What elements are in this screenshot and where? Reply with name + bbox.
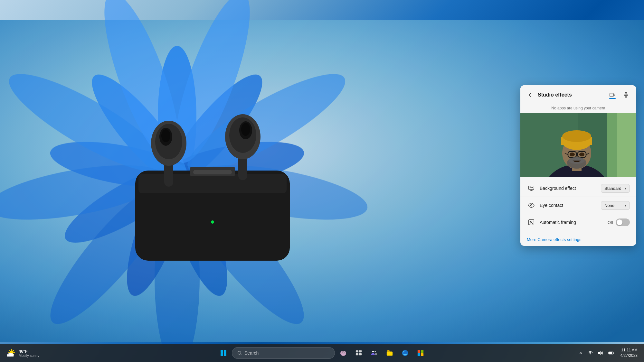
background-effect-dropdown[interactable]: Standard ▾ [601,184,630,193]
svg-point-27 [161,129,170,142]
airpods-image [97,64,338,274]
svg-rect-20 [138,174,287,193]
automatic-framing-toggle[interactable] [616,218,630,226]
eye-contact-control: None ▾ [601,201,630,210]
svg-point-94 [372,351,374,353]
automatic-framing-icon [527,218,536,227]
background-effect-control: Standard ▾ [601,184,630,193]
svg-rect-33 [193,170,232,174]
edge-button[interactable] [398,346,412,360]
svg-rect-92 [356,353,358,355]
file-explorer-button[interactable] [383,346,397,360]
svg-point-22 [211,220,214,224]
panel-settings: Background effect Standard ▾ [520,177,636,233]
task-view-button[interactable] [352,346,366,360]
svg-line-79 [241,354,242,355]
svg-point-52 [570,153,575,156]
weather-condition: Mostly sunny [19,354,39,357]
automatic-framing-row: Automatic framing Off [520,214,636,231]
dropdown-arrow-icon: ▾ [625,187,626,190]
back-button[interactable] [526,90,535,99]
desktop: Studio effects No apps are using your ca… [0,0,644,362]
svg-rect-99 [421,350,423,353]
svg-point-32 [241,123,250,136]
svg-rect-105 [613,352,614,354]
camera-preview [520,113,636,177]
automatic-framing-control: Off [608,218,630,226]
toggle-off-label: Off [608,220,613,225]
search-bar[interactable]: Search [232,347,335,359]
store-icon [417,349,424,357]
svg-rect-100 [418,353,420,356]
more-camera-settings-link[interactable]: More Camera effects settings [520,233,636,246]
widgets-icon [339,349,347,357]
taskbar-center: Search [216,346,428,360]
svg-rect-106 [609,352,612,354]
svg-rect-98 [418,350,420,353]
svg-point-46 [562,130,591,142]
svg-point-82 [344,354,345,355]
teams-button[interactable] [367,346,381,360]
svg-point-60 [531,205,532,206]
chevron-up-icon [579,351,582,355]
panel-header: Studio effects [520,85,636,105]
start-button[interactable] [216,346,231,360]
battery-icon [608,350,614,356]
svg-point-87 [342,351,345,353]
eye-contact-dropdown[interactable]: None ▾ [601,201,630,210]
file-explorer-icon [386,349,393,357]
wifi-icon [588,350,593,356]
background-effect-icon [527,184,536,193]
svg-point-88 [343,351,343,352]
taskbar: 46°F Mostly sunny Search [0,344,644,362]
svg-rect-61 [529,220,534,225]
edge-icon [402,349,409,357]
svg-rect-93 [359,353,362,355]
microphone-icon-button[interactable] [621,90,631,100]
weather-sun-icon [6,348,16,358]
widgets-button[interactable] [336,346,350,360]
svg-rect-90 [356,350,358,352]
automatic-framing-label: Automatic framing [540,220,608,225]
date-display: 4/27/2023 [620,353,638,358]
eye-contact-icon [527,201,536,210]
store-button[interactable] [413,346,428,360]
task-view-icon [355,349,362,357]
svg-rect-40 [617,113,636,177]
camera-status-text: No apps are using your camera [520,105,636,113]
volume-button[interactable] [597,349,604,357]
camera-icon-button[interactable] [607,90,618,100]
search-bar-icon [237,351,242,355]
svg-point-53 [579,153,584,156]
eye-contact-row: Eye contact None ▾ [520,197,636,214]
svg-rect-34 [610,93,613,97]
dropdown-arrow-icon: ▾ [625,204,626,207]
svg-line-72 [13,350,14,351]
battery-button[interactable] [607,349,615,357]
svg-point-57 [530,187,531,188]
temperature-display: 46°F [19,349,39,354]
svg-rect-101 [421,353,423,356]
svg-rect-77 [7,355,14,357]
svg-point-81 [342,354,343,355]
wifi-button[interactable] [586,349,594,357]
background-effect-label: Background effect [540,186,601,191]
background-effect-row: Background effect Standard ▾ [520,180,636,197]
svg-rect-91 [359,350,362,352]
svg-line-70 [10,350,10,351]
svg-point-102 [590,355,590,355]
svg-point-62 [531,221,532,223]
taskbar-right: 11:11 AM 4/27/2023 [578,346,640,360]
time-display: 11:11 AM [621,348,638,353]
clock-display[interactable]: 11:11 AM 4/27/2023 [618,346,640,360]
svg-point-95 [374,351,376,352]
eye-contact-label: Eye contact [540,203,601,208]
teams-icon [371,349,378,357]
studio-panel: Studio effects No apps are using your ca… [520,85,636,246]
notification-chevron[interactable] [578,350,584,356]
weather-text: 46°F Mostly sunny [19,349,39,357]
volume-icon [598,350,603,356]
svg-point-89 [344,351,344,352]
weather-widget[interactable]: 46°F Mostly sunny [3,347,43,359]
search-bar-label: Search [244,350,259,356]
